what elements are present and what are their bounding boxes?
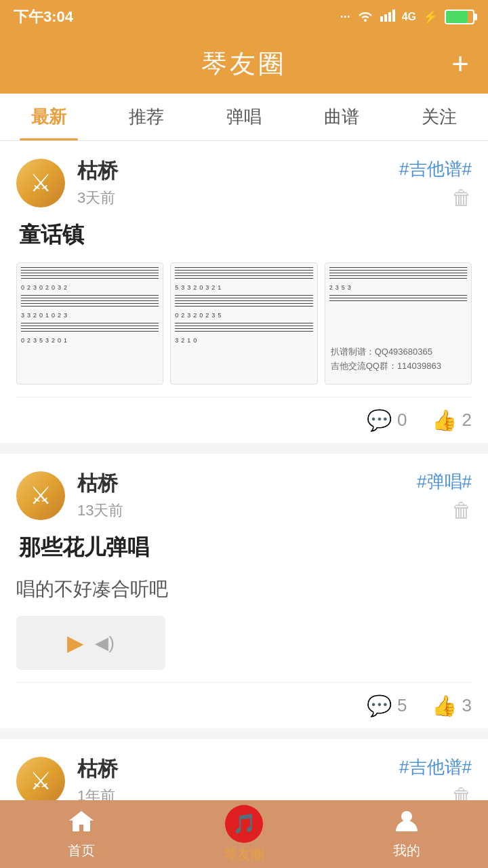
status-time: 下午3:04 [14, 7, 73, 27]
battery-icon [445, 9, 474, 24]
comment-button[interactable]: 💬 0 [367, 408, 407, 432]
nav-mine-label: 我的 [393, 842, 420, 860]
wifi-icon [357, 9, 373, 25]
post-card: 枯桥 3天前 #吉他谱# 🗑 童话镇 0 [0, 141, 488, 443]
sheet-image-3[interactable]: 2353 扒谱制谱：QQ493680365 吉他交流QQ群：114039863 [325, 262, 472, 384]
tab-recommend[interactable]: 推荐 [98, 94, 195, 140]
tab-bar: 最新 推荐 弹唱 曲谱 关注 [0, 94, 488, 141]
comment-count: 5 [397, 695, 407, 716]
bolt-icon: ⚡ [423, 9, 438, 24]
post-tag[interactable]: #弹唱# [417, 470, 472, 494]
sound-wave-icon: ◀) [95, 633, 115, 654]
app-bar: 琴友圈 + [0, 34, 488, 94]
like-icon: 👍 [432, 408, 457, 432]
sheet-image-2[interactable]: 5332 0321 0232 0235 [170, 262, 317, 384]
post-footer: 💬 0 👍 2 [16, 397, 472, 443]
feed: 枯桥 3天前 #吉他谱# 🗑 童话镇 0 [0, 141, 488, 868]
signal-dots-icon: ··· [340, 10, 350, 24]
like-count: 2 [462, 410, 472, 431]
post-card: 枯桥 13天前 #弹唱# 🗑 那些花儿弹唱 唱的不好凑合听吧 ▶ ◀) 💬 5 … [0, 454, 488, 728]
svg-rect-1 [384, 14, 387, 22]
svg-point-4 [401, 811, 412, 822]
post-text: 唱的不好凑合听吧 [16, 575, 472, 604]
like-button[interactable]: 👍 2 [432, 408, 472, 432]
post-username: 枯桥 [77, 157, 118, 185]
post-title: 童话镇 [16, 220, 472, 250]
post-tag[interactable]: #吉他谱# [399, 157, 472, 181]
nav-mine[interactable]: 我的 [325, 808, 488, 860]
like-icon: 👍 [432, 694, 457, 717]
qinyouquan-circle: 🎵 [225, 805, 263, 843]
tab-play-sing[interactable]: 弹唱 [195, 94, 293, 140]
like-count: 3 [462, 695, 472, 716]
tab-follow[interactable]: 关注 [390, 94, 488, 140]
post-header: 枯桥 3天前 #吉他谱# 🗑 [16, 157, 472, 210]
post-time: 3天前 [77, 188, 118, 208]
nav-qinyouquan[interactable]: 🎵 琴友圈 [163, 805, 325, 864]
post-username: 枯桥 [77, 755, 118, 783]
sheet-images: 0230 2032 3320 1023 [16, 262, 472, 384]
delete-icon[interactable]: 🗑 [451, 499, 472, 522]
home-icon [68, 808, 95, 839]
post-time: 13天前 [77, 500, 123, 521]
like-button[interactable]: 👍 3 [432, 694, 472, 717]
network-type-label: 4G [402, 11, 416, 23]
play-icon: ▶ [67, 630, 84, 656]
sheet-image-1[interactable]: 0230 2032 3320 1023 [16, 262, 163, 384]
nav-home[interactable]: 首页 [0, 808, 163, 860]
nav-home-label: 首页 [68, 842, 95, 860]
add-button[interactable]: + [451, 49, 469, 79]
comment-button[interactable]: 💬 5 [367, 694, 407, 717]
svg-rect-3 [392, 9, 395, 22]
comment-icon: 💬 [367, 694, 392, 717]
sheet-watermark: 扒谱制谱：QQ493680365 吉他交流QQ群：114039863 [331, 345, 441, 374]
comment-count: 0 [397, 410, 407, 431]
cellular-icon [380, 9, 395, 25]
post-tag[interactable]: #吉他谱# [399, 755, 472, 779]
avatar [16, 159, 65, 208]
avatar [16, 757, 65, 806]
person-icon [394, 808, 419, 839]
svg-rect-0 [380, 16, 383, 22]
app-title: 琴友圈 [201, 47, 287, 81]
status-icons: ··· 4G ⚡ [340, 9, 474, 25]
delete-icon[interactable]: 🗑 [451, 186, 472, 210]
nav-qinyouquan-label: 琴友圈 [224, 846, 264, 864]
bottom-nav: 首页 🎵 琴友圈 我的 [0, 800, 488, 868]
music-circle-icon: 🎵 [232, 812, 256, 835]
audio-player[interactable]: ▶ ◀) [16, 616, 165, 670]
tab-tabs[interactable]: 曲谱 [293, 94, 390, 140]
svg-rect-2 [388, 12, 391, 22]
post-footer: 💬 5 👍 3 [16, 682, 472, 728]
status-bar: 下午3:04 ··· 4G ⚡ [0, 0, 488, 34]
avatar [16, 471, 65, 520]
tab-latest[interactable]: 最新 [0, 94, 98, 140]
comment-icon: 💬 [367, 408, 392, 432]
post-username: 枯桥 [77, 470, 123, 498]
post-title: 那些花儿弹唱 [16, 533, 472, 563]
post-header: 枯桥 13天前 #弹唱# 🗑 [16, 470, 472, 522]
